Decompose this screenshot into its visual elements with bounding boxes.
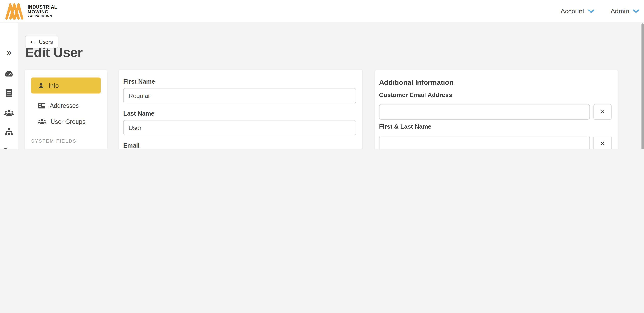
admin-menu[interactable]: Admin xyxy=(610,7,639,15)
first-last-name-label: First & Last Name xyxy=(379,123,612,130)
expand-icon: » xyxy=(7,48,12,56)
last-name-input[interactable] xyxy=(123,120,356,135)
page-title: Edit User xyxy=(25,45,82,60)
logo-line-2: MOWING xyxy=(28,10,58,14)
address-card-icon xyxy=(38,102,46,109)
logo-line-3: CORPORATION xyxy=(28,14,58,17)
user-sections-panel: Info Addresses xyxy=(25,70,107,149)
customer-email-input[interactable] xyxy=(379,104,590,120)
company-logo: INDUSTRIAL MOWING CORPORATION xyxy=(5,3,57,19)
content-scrollbar[interactable] xyxy=(641,23,644,149)
organization-icon xyxy=(5,128,13,136)
expand-sidebar-button[interactable]: » xyxy=(0,48,18,56)
sidebar-item-dashboard[interactable] xyxy=(0,69,18,78)
email-label: Email xyxy=(123,142,356,149)
logo-mark-icon xyxy=(5,3,24,19)
clear-customer-email-button[interactable]: ✕ xyxy=(594,104,612,120)
logo-line-1: INDUSTRIAL xyxy=(28,5,58,10)
system-field-id: ID: 88349 xyxy=(34,148,101,149)
last-name-label: Last Name xyxy=(123,110,356,117)
library-icon xyxy=(5,89,13,97)
tab-addresses-label: Addresses xyxy=(50,102,79,109)
back-button-label: Users xyxy=(39,39,53,45)
app-header: INDUSTRIAL MOWING CORPORATION Account Ad… xyxy=(0,0,644,23)
sidebar-rail: » xyxy=(0,23,18,149)
tab-info[interactable]: Info xyxy=(31,78,100,94)
system-fields-list: ID: 88349 Created: 10/6/2020 Updated: 10… xyxy=(34,148,101,149)
account-menu[interactable]: Account xyxy=(560,7,594,15)
chevron-down-icon xyxy=(588,9,594,13)
person-icon xyxy=(38,82,44,89)
edit-user-form: First Name Last Name Email Username Pass… xyxy=(119,70,362,149)
back-arrow-icon: ← xyxy=(30,39,36,45)
header-nav: Account Admin xyxy=(560,7,644,15)
tab-user-groups[interactable]: User Groups xyxy=(38,117,101,126)
additional-information-heading: Additional Information xyxy=(379,79,612,87)
app-window: INDUSTRIAL MOWING CORPORATION Account Ad… xyxy=(0,0,644,149)
sidebar-item-library[interactable] xyxy=(0,88,18,97)
sidebar-item-cart[interactable] xyxy=(0,147,18,149)
admin-menu-label: Admin xyxy=(610,7,629,15)
tab-user-groups-label: User Groups xyxy=(50,118,86,125)
logo-text: INDUSTRIAL MOWING CORPORATION xyxy=(28,5,58,17)
first-last-name-input[interactable] xyxy=(379,136,590,149)
cart-icon xyxy=(4,148,14,149)
customer-email-label: Customer Email Address xyxy=(379,91,612,98)
first-name-label: First Name xyxy=(123,78,356,85)
tab-addresses[interactable]: Addresses xyxy=(38,101,101,110)
chevron-down-icon xyxy=(633,9,639,13)
sidebar-item-users[interactable] xyxy=(0,108,18,117)
first-name-input[interactable] xyxy=(123,88,356,103)
sidebar-item-organizations[interactable] xyxy=(0,128,18,137)
users-icon xyxy=(4,109,14,116)
tab-info-label: Info xyxy=(48,82,59,89)
clear-first-last-name-button[interactable]: ✕ xyxy=(594,136,612,149)
additional-information-panel: Additional Information Customer Email Ad… xyxy=(375,70,618,149)
user-groups-icon xyxy=(38,118,46,125)
scrollbar-thumb[interactable] xyxy=(642,23,644,149)
dashboard-icon xyxy=(4,70,14,78)
account-menu-label: Account xyxy=(560,7,584,15)
system-fields-heading: SYSTEM FIELDS xyxy=(31,139,107,144)
